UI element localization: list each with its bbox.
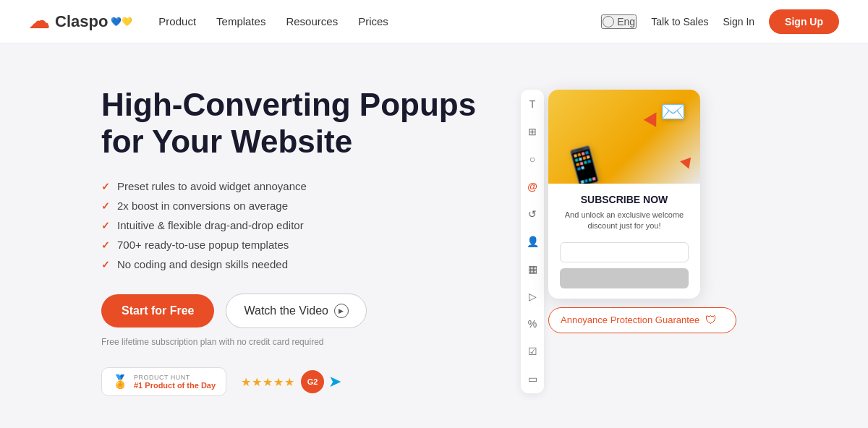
checkbox-tool-icon[interactable]: ☑ — [525, 344, 540, 359]
logo-flag-icon: 💙💛 — [111, 17, 132, 27]
navigation: ☁ Claspo 💙💛 Product Templates Resources … — [0, 0, 868, 43]
feature-text-5: No coding and design skills needed — [117, 258, 288, 270]
nav-link-resources[interactable]: Resources — [286, 15, 338, 27]
shield-icon: 🛡 — [705, 314, 717, 327]
popup-hero-image: 📱 ✉️ — [548, 90, 700, 184]
nav-link-templates[interactable]: Templates — [216, 15, 265, 27]
arrow-decoration-2 — [680, 158, 694, 171]
image-tool-icon[interactable]: ⊞ — [525, 124, 540, 139]
stars-rating: ★★★★★ — [241, 375, 295, 389]
check-icon-2: ✓ — [101, 200, 110, 212]
user-tool-icon[interactable]: 👤 — [525, 234, 540, 249]
watch-video-label: Watch the Video — [244, 304, 328, 317]
popup-panel: 📱 ✉️ SUBSCRIBE NOW And unlock an exclusi… — [548, 90, 736, 393]
nav-links: Product Templates Resources Prices — [158, 15, 388, 27]
badges-row: 🏅 PRODUCT HUNT #1 Product of the Day ★★★… — [101, 367, 477, 396]
nav-link-product[interactable]: Product — [158, 15, 196, 27]
envelope-illustration-icon: ✉️ — [660, 100, 686, 124]
ph-product-label: #1 Product of the Day — [134, 381, 216, 390]
start-for-free-button[interactable]: Start for Free — [101, 294, 214, 328]
email-tool-icon[interactable]: @ — [525, 179, 540, 194]
language-selector[interactable]: Eng — [601, 14, 637, 29]
logo-text: Claspo — [55, 12, 108, 31]
feature-item-3: ✓ Intuitive & flexible drag-and-drop edi… — [101, 219, 477, 231]
feature-text-1: Preset rules to avoid widget annoyance — [117, 180, 307, 192]
phone-illustration-icon: 📱 — [558, 141, 610, 184]
ph-badge-text: PRODUCT HUNT #1 Product of the Day — [134, 374, 216, 390]
rect-tool-icon[interactable]: ▭ — [525, 372, 540, 386]
hero-title: High-Converting Popups for Your Website — [101, 87, 477, 160]
logo[interactable]: ☁ Claspo 💙💛 — [29, 9, 132, 33]
g2-logo: G2 — [301, 370, 324, 393]
medal-icon: 🏅 — [112, 374, 128, 390]
play-icon: ▶ — [334, 304, 349, 318]
editor-mockup: T ⊞ ○ @ ↺ 👤 ▦ ▷ % ☑ ▭ 📱 ✉️ — [521, 90, 767, 393]
popup-email-input[interactable] — [560, 242, 689, 262]
check-icon-4: ✓ — [101, 239, 110, 251]
review-logos: G2 ➤ — [301, 370, 341, 393]
capterra-icon: ➤ — [328, 372, 341, 391]
popup-submit-button[interactable] — [560, 268, 689, 288]
sign-up-button[interactable]: Sign Up — [769, 9, 839, 34]
feature-text-2: 2x boost in conversions on average — [117, 200, 288, 212]
feature-item-4: ✓ 700+ ready-to-use popup templates — [101, 239, 477, 251]
product-hunt-badge: 🏅 PRODUCT HUNT #1 Product of the Day — [101, 367, 226, 396]
shape-tool-icon[interactable]: ○ — [525, 152, 540, 166]
hero-section: High-Converting Popups for Your Website … — [0, 43, 868, 425]
sign-in-link[interactable]: Sign In — [723, 16, 755, 27]
logo-cloud-icon: ☁ — [29, 9, 49, 33]
nav-link-prices[interactable]: Prices — [358, 15, 388, 27]
feature-item-1: ✓ Preset rules to avoid widget annoyance — [101, 180, 477, 192]
star-icons: ★★★★★ — [241, 375, 295, 389]
editor-wrapper: T ⊞ ○ @ ↺ 👤 ▦ ▷ % ☑ ▭ 📱 ✉️ — [521, 90, 767, 393]
talk-to-sales-link[interactable]: Talk to Sales — [651, 16, 708, 27]
popup-subtitle: And unlock an exclusive welcome discount… — [560, 210, 689, 232]
watch-video-button[interactable]: Watch the Video ▶ — [226, 294, 367, 328]
popup-title: SUBSCRIBE NOW — [560, 194, 689, 205]
free-plan-note: Free lifetime subscription plan with no … — [101, 337, 477, 347]
annoyance-protection-bar[interactable]: Annoyance Protection Guarantee 🛡 — [548, 307, 736, 333]
calendar-tool-icon[interactable]: ▦ — [525, 262, 540, 276]
feature-text-4: 700+ ready-to-use popup templates — [117, 239, 289, 251]
annoyance-label: Annoyance Protection Guarantee — [561, 314, 699, 325]
feature-item-2: ✓ 2x boost in conversions on average — [101, 200, 477, 212]
ph-label: PRODUCT HUNT — [134, 374, 216, 381]
text-tool-icon[interactable]: T — [525, 97, 540, 111]
feature-text-3: Intuitive & flexible drag-and-drop edito… — [117, 219, 304, 231]
brands-section: Brands that already successfully use Cla… — [0, 425, 868, 428]
check-icon-3: ✓ — [101, 220, 110, 231]
hero-content: High-Converting Popups for Your Website … — [101, 87, 477, 396]
video-tool-icon[interactable]: ▷ — [525, 289, 540, 304]
percent-tool-icon[interactable]: % — [525, 317, 540, 331]
check-icon-5: ✓ — [101, 259, 110, 270]
popup-preview: 📱 ✉️ SUBSCRIBE NOW And unlock an exclusi… — [548, 90, 700, 299]
popup-body: SUBSCRIBE NOW And unlock an exclusive we… — [548, 184, 700, 299]
review-badges: ★★★★★ G2 ➤ — [241, 370, 341, 393]
hero-buttons: Start for Free Watch the Video ▶ — [101, 294, 477, 328]
nav-left: ☁ Claspo 💙💛 Product Templates Resources … — [29, 9, 388, 33]
lang-label: Eng — [617, 16, 635, 27]
check-icon-1: ✓ — [101, 181, 110, 192]
feature-item-5: ✓ No coding and design skills needed — [101, 258, 477, 270]
reset-tool-icon[interactable]: ↺ — [525, 207, 540, 221]
globe-icon — [603, 16, 614, 27]
editor-toolbar: T ⊞ ○ @ ↺ 👤 ▦ ▷ % ☑ ▭ — [521, 90, 544, 393]
hero-features-list: ✓ Preset rules to avoid widget annoyance… — [101, 180, 477, 270]
nav-right: Eng Talk to Sales Sign In Sign Up — [601, 9, 839, 34]
